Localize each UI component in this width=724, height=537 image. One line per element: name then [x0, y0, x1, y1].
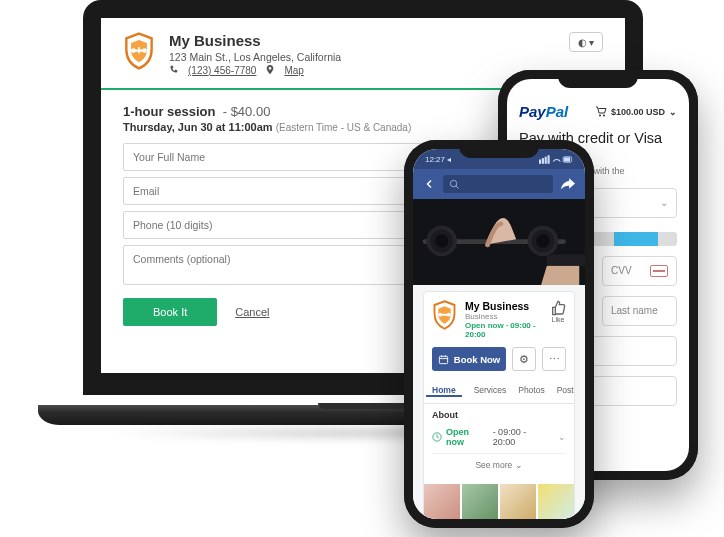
svg-point-1	[131, 48, 136, 53]
search-input[interactable]	[443, 175, 553, 193]
svg-point-20	[536, 234, 549, 247]
map-pin-icon	[266, 65, 274, 76]
tab-photos[interactable]: Photos	[518, 385, 544, 397]
last-name-label: Last name	[611, 305, 658, 316]
cart-amount: $100.00 USD	[611, 107, 665, 117]
chevron-down-icon: ⌄	[669, 107, 677, 117]
tab-services[interactable]: Services	[474, 385, 507, 397]
gear-icon: ⚙	[519, 353, 529, 366]
svg-point-17	[435, 234, 448, 247]
session-title: 1-hour session	[123, 104, 215, 119]
svg-rect-25	[439, 356, 447, 363]
chevron-down-icon: ⌄	[558, 432, 566, 442]
photo-thumb[interactable]	[462, 484, 498, 519]
svg-point-24	[447, 313, 451, 317]
photo-thumb[interactable]	[424, 484, 460, 519]
svg-rect-9	[548, 155, 550, 164]
see-more-link[interactable]: See more ⌄	[432, 454, 566, 472]
paypal-logo-icon: PayPal	[519, 103, 568, 120]
photo-thumb[interactable]	[538, 484, 574, 519]
svg-point-4	[599, 115, 601, 117]
page-tabs: Home Services Photos Posts Communi	[424, 379, 574, 404]
cover-photo	[413, 199, 585, 285]
svg-point-2	[142, 48, 147, 53]
business-address: 123 Main St., Los Angeles, California	[169, 51, 341, 63]
facebook-top-bar	[413, 169, 585, 199]
business-info: My Business 123 Main St., Los Angeles, C…	[169, 32, 341, 76]
cart-total[interactable]: $100.00 USD ⌄	[595, 106, 677, 117]
paypal-logo-pay: Pay	[519, 103, 546, 120]
business-shield-icon	[123, 32, 155, 70]
facebook-page-body: My Business Business Open now · 09:00 - …	[413, 285, 585, 519]
cvv-label: CVV	[611, 265, 632, 276]
paypal-top-bar: PayPal $100.00 USD ⌄	[519, 103, 677, 120]
page-shield-icon	[432, 300, 457, 330]
svg-rect-21	[547, 254, 585, 265]
more-chip[interactable]: ⋯	[542, 347, 566, 371]
last-name-field[interactable]: Last name	[602, 296, 677, 326]
cart-icon	[595, 106, 607, 117]
settings-chip[interactable]: ⚙	[512, 347, 536, 371]
photo-strip	[424, 484, 574, 519]
laptop-hinge-notch	[318, 403, 408, 409]
page-open-status: Open now · 09:00 - 20:00	[465, 321, 542, 339]
about-label: About	[432, 410, 566, 420]
svg-rect-7	[542, 158, 544, 164]
hours-open: Open now	[446, 427, 489, 447]
svg-rect-11	[564, 157, 570, 161]
page-info-card: My Business Business Open now · 09:00 - …	[423, 291, 575, 519]
hours-range: - 09:00 - 20:00	[493, 427, 550, 447]
book-now-label: Book Now	[454, 354, 500, 365]
svg-point-5	[603, 115, 605, 117]
like-button[interactable]: Like	[550, 300, 566, 323]
tab-home[interactable]: Home	[426, 385, 462, 397]
tab-posts[interactable]: Posts	[557, 385, 574, 397]
svg-rect-8	[545, 156, 547, 163]
svg-point-23	[438, 313, 442, 317]
photo-thumb[interactable]	[500, 484, 536, 519]
hours-row[interactable]: Open now - 09:00 - 20:00 ⌄	[432, 424, 566, 454]
status-indicators-icon	[539, 155, 573, 164]
cvv-field[interactable]: CVV	[602, 256, 677, 286]
business-contact: (123) 456-7780 Map	[169, 65, 341, 76]
chevron-down-icon: ⌄	[515, 460, 523, 470]
phone-link[interactable]: (123) 456-7780	[188, 65, 256, 76]
clock-icon	[432, 432, 442, 442]
book-button[interactable]: Book It	[123, 298, 217, 326]
status-time: 12:27 ◂	[425, 155, 451, 164]
business-name: My Business	[169, 32, 341, 49]
book-now-button[interactable]: Book Now	[432, 347, 506, 371]
facebook-screen: 12:27 ◂	[413, 149, 585, 519]
ellipsis-icon: ⋯	[549, 353, 560, 366]
paypal-logo-pal: Pal	[546, 103, 569, 120]
back-icon[interactable]	[423, 178, 435, 190]
share-icon[interactable]	[561, 178, 575, 190]
calendar-icon	[438, 354, 449, 365]
session-price: - $40.00	[223, 104, 271, 119]
page-category: Business	[465, 312, 542, 321]
cancel-link[interactable]: Cancel	[235, 306, 269, 318]
credit-card-icon	[650, 265, 668, 277]
map-link[interactable]: Map	[284, 65, 303, 76]
session-date-text: Thursday, Jun 30 at 11:00am	[123, 121, 273, 133]
phone-notch	[558, 70, 638, 88]
like-label: Like	[550, 316, 566, 323]
search-icon	[449, 179, 460, 190]
contrast-toggle[interactable]: ◐ ▾	[569, 32, 603, 52]
svg-rect-3	[138, 47, 140, 53]
about-section: About Open now - 09:00 - 20:00 ⌄ See mor…	[432, 404, 566, 478]
phone-facebook-mockup: 12:27 ◂	[404, 140, 594, 528]
phone-icon	[169, 65, 178, 76]
page-name: My Business	[465, 300, 542, 312]
svg-point-12	[450, 180, 456, 186]
session-timezone: (Eastern Time - US & Canada)	[276, 122, 412, 133]
phone-notch	[459, 140, 539, 158]
svg-rect-6	[539, 159, 541, 163]
